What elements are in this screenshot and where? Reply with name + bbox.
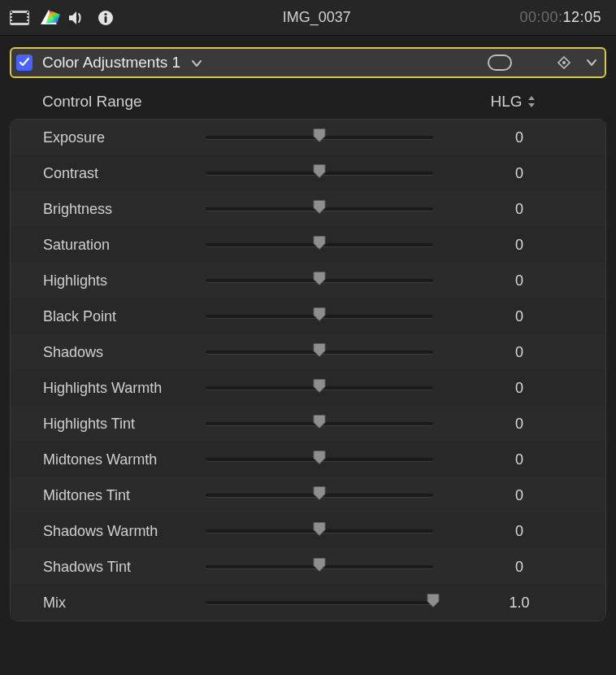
svg-rect-1 xyxy=(12,13,27,23)
param-label: Shadows Warmth xyxy=(43,523,206,540)
slider-thumb-icon[interactable] xyxy=(312,235,327,255)
param-slider[interactable] xyxy=(206,370,433,406)
slider-track-icon xyxy=(206,601,433,604)
param-slider[interactable] xyxy=(206,263,433,298)
param-slider[interactable] xyxy=(206,406,433,442)
control-range-popup[interactable]: HLG xyxy=(419,93,606,111)
svg-rect-12 xyxy=(105,16,107,23)
param-row: Mix1.0 xyxy=(11,585,605,621)
svg-rect-2 xyxy=(11,11,12,13)
param-row: Midtones Tint0 xyxy=(11,477,605,513)
svg-rect-8 xyxy=(27,18,28,20)
effect-menu-chevron-icon[interactable] xyxy=(587,59,596,67)
slider-thumb-icon[interactable] xyxy=(312,450,327,470)
param-value[interactable]: 0 xyxy=(433,308,605,325)
param-row: Shadows0 xyxy=(11,334,605,370)
svg-point-11 xyxy=(104,12,106,15)
timecode: 00:00:12:05 xyxy=(519,9,601,26)
inspector-header: IMG_0037 00:00:12:05 xyxy=(0,0,616,36)
shape-mask-icon[interactable] xyxy=(488,54,512,71)
param-slider[interactable] xyxy=(206,549,433,585)
slider-thumb-icon[interactable] xyxy=(312,342,327,363)
popup-sort-icon xyxy=(527,96,536,107)
slider-thumb-icon[interactable] xyxy=(312,378,327,398)
param-slider[interactable] xyxy=(206,155,433,191)
slider-thumb-icon[interactable] xyxy=(312,486,327,506)
param-row: Brightness0 xyxy=(11,191,605,227)
param-row: Midtones Warmth0 xyxy=(11,442,605,477)
timecode-dim: 00:00: xyxy=(519,9,562,25)
svg-rect-3 xyxy=(11,15,12,16)
filmstrip-icon[interactable] xyxy=(10,11,29,25)
param-value[interactable]: 1.0 xyxy=(433,594,605,612)
keyframe-diamond-icon[interactable] xyxy=(557,56,570,69)
info-icon[interactable] xyxy=(98,10,114,26)
slider-thumb-icon[interactable] xyxy=(312,271,327,291)
parameter-panel: Exposure0Contrast0Brightness0Saturation0… xyxy=(10,119,606,621)
control-range-row: Control Range HLG xyxy=(0,85,616,119)
param-slider[interactable] xyxy=(206,585,433,621)
effect-enable-checkbox[interactable] xyxy=(16,54,33,71)
param-label: Highlights Tint xyxy=(43,416,206,433)
param-value[interactable]: 0 xyxy=(433,344,605,361)
param-row: Highlights Tint0 xyxy=(11,406,605,442)
slider-thumb-icon[interactable] xyxy=(312,557,327,577)
color-prism-icon[interactable] xyxy=(41,10,57,26)
param-label: Saturation xyxy=(43,237,206,254)
param-label: Mix xyxy=(43,594,206,612)
param-value[interactable]: 0 xyxy=(433,201,605,218)
param-slider[interactable] xyxy=(206,442,433,477)
svg-rect-9 xyxy=(27,21,28,23)
slider-thumb-icon[interactable] xyxy=(312,163,327,184)
param-label: Exposure xyxy=(43,129,206,146)
param-value[interactable]: 0 xyxy=(433,451,605,468)
param-slider[interactable] xyxy=(206,298,433,334)
param-label: Shadows xyxy=(43,344,206,361)
param-value[interactable]: 0 xyxy=(433,487,605,504)
effect-menu-caret-icon[interactable] xyxy=(192,54,202,72)
svg-rect-13 xyxy=(488,55,511,70)
svg-rect-5 xyxy=(11,21,12,23)
effect-name-label: Color Adjustments 1 xyxy=(42,54,180,72)
svg-point-14 xyxy=(562,61,566,64)
param-value[interactable]: 0 xyxy=(433,237,605,254)
param-label: Midtones Warmth xyxy=(43,451,206,468)
param-row: Highlights0 xyxy=(11,263,605,298)
slider-thumb-icon[interactable] xyxy=(312,199,327,220)
slider-thumb-icon[interactable] xyxy=(312,307,327,327)
param-slider[interactable] xyxy=(206,227,433,263)
param-slider[interactable] xyxy=(206,513,433,549)
param-value[interactable]: 0 xyxy=(433,272,605,290)
svg-rect-4 xyxy=(11,18,12,20)
slider-thumb-icon[interactable] xyxy=(312,414,327,434)
timecode-bright: 12:05 xyxy=(562,9,601,25)
effect-title-bar[interactable]: Color Adjustments 1 xyxy=(10,47,606,78)
slider-thumb-icon[interactable] xyxy=(312,128,327,148)
param-slider[interactable] xyxy=(206,191,433,227)
speaker-icon[interactable] xyxy=(68,11,86,25)
param-value[interactable]: 0 xyxy=(433,129,605,146)
param-slider[interactable] xyxy=(206,477,433,513)
param-row: Contrast0 xyxy=(11,155,605,191)
param-label: Black Point xyxy=(43,308,206,325)
param-label: Highlights Warmth xyxy=(43,380,206,397)
param-value[interactable]: 0 xyxy=(433,523,605,540)
param-value[interactable]: 0 xyxy=(433,165,605,182)
param-slider[interactable] xyxy=(206,334,433,370)
param-row: Black Point0 xyxy=(11,298,605,334)
param-value[interactable]: 0 xyxy=(433,559,605,576)
param-label: Contrast xyxy=(43,165,206,182)
slider-thumb-icon[interactable] xyxy=(426,593,440,613)
param-row: Highlights Warmth0 xyxy=(11,370,605,406)
param-value[interactable]: 0 xyxy=(433,416,605,433)
param-row: Shadows Tint0 xyxy=(11,549,605,585)
param-slider[interactable] xyxy=(206,120,433,155)
param-row: Saturation0 xyxy=(11,227,605,263)
param-value[interactable]: 0 xyxy=(433,380,605,397)
svg-rect-6 xyxy=(27,11,28,13)
slider-thumb-icon[interactable] xyxy=(312,521,327,542)
param-label: Shadows Tint xyxy=(43,559,206,576)
clip-title: IMG_0037 xyxy=(114,9,519,26)
control-range-label: Control Range xyxy=(42,93,142,111)
param-label: Highlights xyxy=(43,272,206,290)
